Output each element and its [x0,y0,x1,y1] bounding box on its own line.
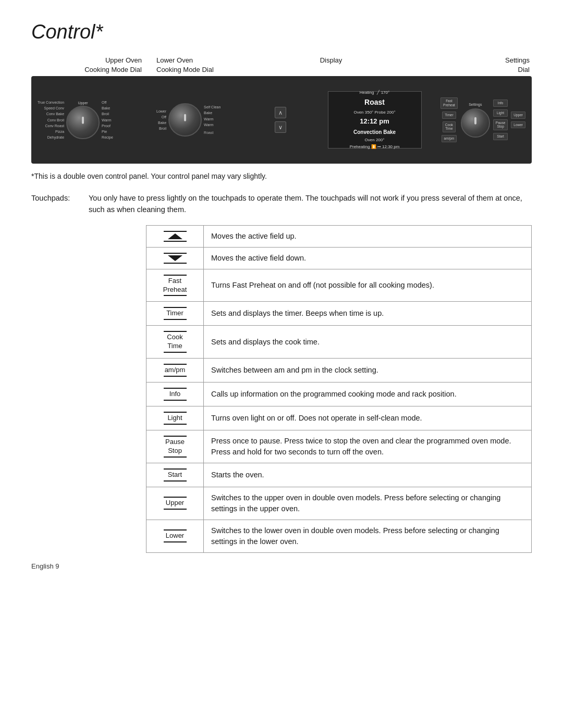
oven-control-panel: True Convection Speed Conv Conv Bake Con… [31,76,532,164]
table-row: Timer Sets and displays the timer. Beeps… [146,302,532,326]
cook-time-btn[interactable]: CookTime [443,121,456,133]
table-row: Upper Switches to the upper oven in doub… [146,487,532,520]
table-row: Light Turns oven light on or off. Does n… [146,406,532,430]
icon-cell-0 [146,225,204,247]
icon-cell-6: Info [146,382,204,406]
desc-cell-5: Switches between am and pm in the clock … [204,359,532,382]
icon-cell-11: Lower [146,520,204,552]
display-label: Display [258,56,394,74]
table-row: Lower Switches to the lower oven in doub… [146,520,532,552]
table-row: FastPreheat Turns Fast Preheat on and of… [146,269,532,302]
desc-cell-9: Starts the oven. [204,463,532,487]
start-btn[interactable]: Start [493,133,508,140]
icon-cell-1 [146,247,204,269]
icon-cell-4: CookTime [146,326,204,359]
table-row: PauseStop Press once to pause. Press twi… [146,430,532,463]
table-row: Start Starts the oven. [146,463,532,487]
icon-cell-9: Start [146,463,204,487]
desc-cell-6: Calls up information on the programmed c… [204,382,532,406]
icon-cell-10: Upper [146,487,204,520]
table-row: Moves the active field down. [146,247,532,269]
fast-preheat-btn[interactable]: FastPreheat [440,97,458,109]
settings-dial[interactable] [461,108,490,138]
dial-labels: Upper Oven Cooking Mode Dial Lower Oven … [31,56,532,74]
desc-cell-2: Turns Fast Preheat on and off (not possi… [204,269,532,302]
table-row: Info Calls up information on the program… [146,382,532,406]
am-pm-btn[interactable]: am/pm [442,135,457,142]
desc-cell-7: Turns oven light on or off. Does not ope… [204,406,532,430]
down-arrow-btn[interactable]: ∨ [275,121,286,133]
lower-oven-dial[interactable] [168,103,202,137]
oven-display: Heating ╱ 170° Roast Oven 350° Probe 200… [328,91,422,149]
upper-btn[interactable]: Upper [511,112,525,119]
controls-reference: Moves the active field up. Moves the act… [146,225,532,553]
touchpads-section: Touchpads: You only have to press lightl… [31,193,532,216]
desc-cell-11: Switches to the lower oven in double ove… [204,520,532,552]
lower-btn[interactable]: Lower [511,121,525,129]
icon-cell-3: Timer [146,302,204,326]
info-btn[interactable]: Info [493,100,508,107]
page-title: Control* [31,21,532,43]
icon-cell-8: PauseStop [146,430,204,463]
desc-cell-8: Press once to pause. Press twice to stop… [204,430,532,463]
table-row: Moves the active field up. [146,225,532,247]
desc-cell-10: Switches to the upper oven in double ove… [204,487,532,520]
desc-cell-1: Moves the active field down. [204,247,532,269]
desc-cell-4: Sets and displays the cook time. [204,326,532,359]
icon-cell-7: Light [146,406,204,430]
light-btn[interactable]: Light [493,109,508,117]
up-arrow-btn[interactable]: ∧ [275,107,286,118]
desc-cell-0: Moves the active field up. [204,225,532,247]
lower-oven-label: Lower Oven Cooking Mode Dial [146,56,258,74]
pause-stop-btn[interactable]: PauseStop [493,119,508,131]
touchpads-label: Touchpads: [31,193,89,216]
icon-cell-2: FastPreheat [146,269,204,302]
settings-label: Settings Dial [394,56,532,74]
upper-oven-label: Upper Oven Cooking Mode Dial [31,56,146,74]
table-row: CookTime Sets and displays the cook time… [146,326,532,359]
footer-language: English 9 [31,562,59,570]
icon-cell-5: am/pm [146,359,204,382]
disclaimer-text: *This is a double oven control panel. Yo… [31,172,532,180]
table-row: am/pm Switches between am and pm in the … [146,359,532,382]
touchpads-description: You only have to press lightly on the to… [89,193,532,216]
timer-btn[interactable]: Timer [442,112,456,119]
desc-cell-3: Sets and displays the timer. Beeps when … [204,302,532,326]
controls-table: Moves the active field up. Moves the act… [146,225,532,553]
footer: English 9 [31,562,532,570]
upper-oven-dial[interactable] [66,106,100,139]
